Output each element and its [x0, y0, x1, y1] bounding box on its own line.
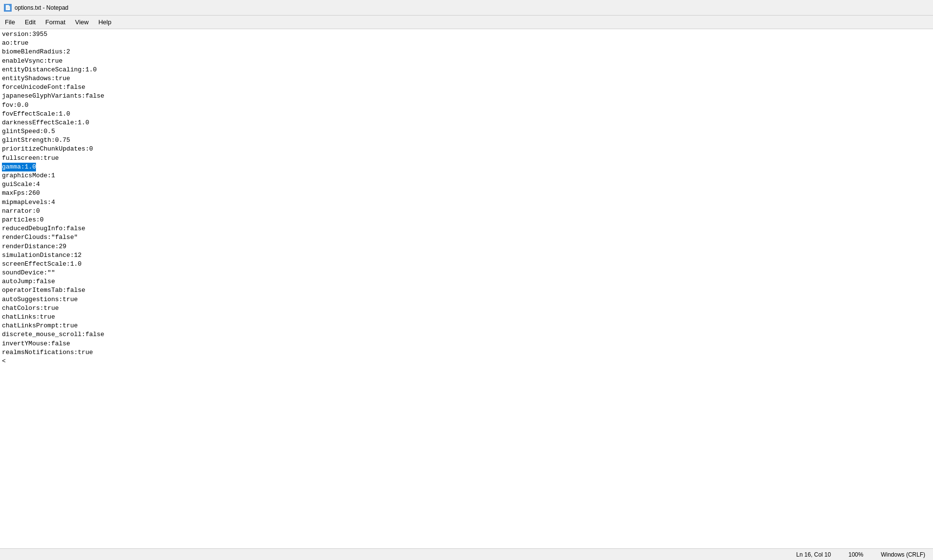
- editor-area[interactable]: version:3955 ao:true biomeBlendRadius:2 …: [0, 29, 933, 548]
- title-bar-text: options.txt - Notepad: [15, 4, 69, 11]
- zoom-level: 100%: [845, 551, 867, 558]
- cursor-position: Ln 16, Col 10: [793, 551, 835, 558]
- status-bar: Ln 16, Col 10 100% Windows (CRLF): [0, 548, 933, 560]
- menu-format[interactable]: Format: [40, 17, 70, 28]
- menu-view[interactable]: View: [70, 17, 94, 28]
- menu-edit[interactable]: Edit: [20, 17, 40, 28]
- highlighted-line: gamma:1.0: [2, 163, 36, 171]
- app-icon: 📄: [4, 4, 12, 12]
- line-ending: Windows (CRLF): [877, 551, 929, 558]
- menu-bar: File Edit Format View Help: [0, 16, 933, 29]
- title-bar: 📄 options.txt - Notepad: [0, 0, 933, 16]
- menu-help[interactable]: Help: [93, 17, 116, 28]
- menu-file[interactable]: File: [0, 17, 20, 28]
- text-content: version:3955 ao:true biomeBlendRadius:2 …: [2, 30, 931, 366]
